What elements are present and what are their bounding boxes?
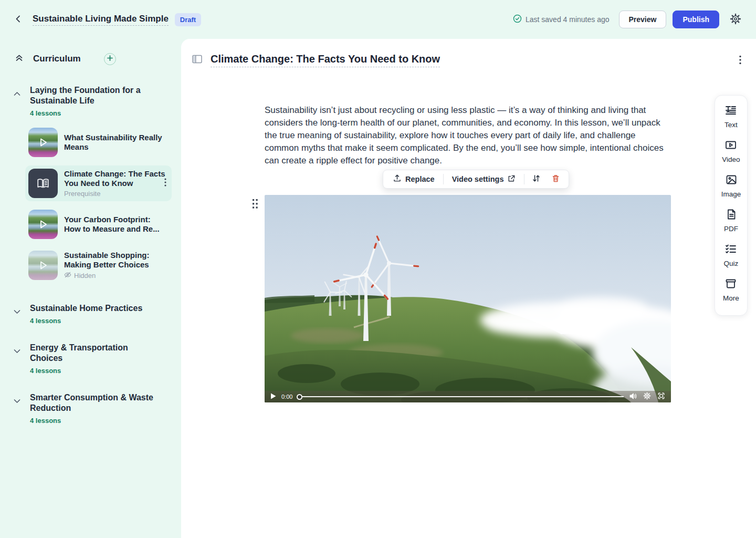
section-title: Laying the Foundation for a Sustainable … [30, 85, 161, 106]
back-button[interactable] [12, 12, 25, 27]
back-chevron-icon [14, 14, 23, 25]
lesson-kebab-menu[interactable] [164, 178, 166, 189]
toolbar-divider [524, 174, 524, 184]
double-chevron-up-icon [15, 54, 24, 64]
lesson-list: What Sustainability Really Means Climate… [25, 125, 172, 283]
current-time: 0:00 [281, 394, 292, 400]
settings-button[interactable] [728, 11, 743, 28]
settings-gear-icon [643, 392, 651, 401]
block-drag-handle[interactable] [250, 196, 260, 213]
volume-icon [629, 392, 637, 401]
toolbar-divider [443, 174, 444, 184]
seek-track [302, 396, 624, 397]
section-lesson-count: 4 lessons [30, 417, 161, 425]
section-header-row[interactable]: Laying the Foundation for a Sustainable … [13, 85, 172, 117]
volume-button[interactable] [628, 391, 638, 402]
wind-farm-video-frame [265, 195, 671, 402]
curriculum-section: Smarter Consumption & Waste Reduction 4 … [13, 392, 172, 425]
add-section-button[interactable] [104, 53, 116, 65]
more-blocks-icon [724, 277, 737, 292]
play-button[interactable] [269, 392, 277, 402]
course-builder-app: Sustainable Living Made Simple Draft Las… [0, 0, 756, 538]
section-lesson-count: 4 lessons [30, 109, 161, 117]
section-header-row[interactable]: Smarter Consumption & Waste Reduction 4 … [13, 392, 172, 425]
pdf-block-icon [725, 208, 738, 222]
video-settings-button[interactable]: Video settings [446, 171, 522, 188]
reorder-block-button[interactable] [527, 171, 546, 188]
trash-icon [551, 174, 560, 184]
lesson-options-kebab[interactable] [737, 53, 743, 67]
quiz-block-icon [724, 243, 737, 257]
image-block-icon [725, 173, 738, 188]
curriculum-section: Sustainable Home Practices 4 lessons [13, 303, 172, 325]
add-image-block[interactable]: Image [721, 173, 741, 199]
save-status-text: Last saved 4 minutes ago [526, 15, 610, 24]
play-icon [28, 128, 58, 157]
top-bar: Sustainable Living Made Simple Draft Las… [0, 0, 756, 39]
lesson-subtitle: Hidden [64, 271, 169, 280]
plus-circle-icon [107, 55, 113, 63]
lesson-editor-panel: Climate Change: The Facts You Need to Kn… [181, 39, 756, 538]
add-quiz-block[interactable]: Quiz [724, 243, 739, 268]
add-pdf-block[interactable]: PDF [724, 208, 738, 234]
lesson-title: What Sustainability Really Means [64, 133, 169, 152]
eye-off-icon [64, 271, 71, 280]
lesson-title: Your Carbon Footprint: How to Measure an… [64, 215, 169, 234]
add-video-block[interactable]: Video [722, 139, 740, 164]
lesson-item[interactable]: What Sustainability Really Means [25, 125, 172, 160]
section-title: Energy & Transportation Choices [30, 343, 161, 364]
play-icon [28, 251, 58, 280]
save-status: Last saved 4 minutes ago [513, 14, 610, 25]
collapse-all-button[interactable] [13, 51, 26, 66]
gear-icon [730, 13, 741, 26]
section-title: Sustainable Home Practices [30, 303, 142, 314]
preview-button[interactable]: Preview [619, 11, 667, 28]
add-more-block[interactable]: More [723, 277, 739, 303]
section-lesson-count: 4 lessons [30, 367, 161, 375]
external-link-icon [507, 174, 516, 184]
lesson-title: Sustainable Shopping: Making Better Choi… [64, 251, 169, 270]
check-circle-icon [513, 14, 522, 25]
curriculum-section: Laying the Foundation for a Sustainable … [13, 85, 172, 283]
chevron-up-icon [13, 89, 22, 100]
seek-bar[interactable] [297, 391, 624, 402]
curriculum-title: Curriculum [33, 54, 81, 64]
intro-paragraph[interactable]: Sustainability isn’t just about recyclin… [265, 104, 671, 167]
lesson-header: Climate Change: The Facts You Need to Kn… [190, 53, 743, 67]
player-settings-button[interactable] [642, 391, 652, 402]
lesson-item-hidden[interactable]: Sustainable Shopping: Making Better Choi… [25, 247, 172, 283]
curriculum-sidebar: Curriculum Laying the Foundation for a S… [0, 39, 181, 538]
play-icon [28, 210, 58, 239]
reading-book-icon [28, 169, 58, 198]
seek-handle[interactable] [297, 394, 302, 400]
lesson-subtitle: Prerequisite [64, 190, 169, 198]
video-block-toolbar: Replace Video settings [383, 170, 569, 189]
fullscreen-icon [657, 392, 665, 401]
text-block-icon [724, 104, 737, 118]
block-palette: Text Video Image PDF [715, 95, 748, 316]
lesson-item[interactable]: Your Carbon Footprint: How to Measure an… [25, 206, 172, 242]
fullscreen-button[interactable] [656, 391, 666, 402]
video-thumbnail-dimmed [28, 251, 58, 280]
delete-block-button[interactable] [546, 171, 565, 188]
video-controls-bar: 0:00 [265, 391, 671, 402]
publish-button[interactable]: Publish [673, 11, 719, 28]
curriculum-header: Curriculum [13, 51, 172, 66]
add-text-block[interactable]: Text [724, 104, 738, 130]
section-lesson-count: 4 lessons [30, 317, 142, 325]
status-badge: Draft [175, 13, 201, 26]
course-title-field[interactable]: Sustainable Living Made Simple [33, 14, 169, 26]
lesson-item-selected[interactable]: Climate Change: The Facts You Need to Kn… [25, 165, 172, 201]
lesson-title-field[interactable]: Climate Change: The Facts You Need to Kn… [211, 53, 440, 67]
lesson-title: Climate Change: The Facts You Need to Kn… [64, 169, 169, 188]
section-header-row[interactable]: Energy & Transportation Choices 4 lesson… [13, 343, 172, 375]
toggle-sidebar-button[interactable] [190, 53, 204, 67]
video-thumbnail [28, 128, 58, 157]
chevron-down-icon [13, 347, 22, 358]
curriculum-section: Energy & Transportation Choices 4 lesson… [13, 343, 172, 375]
play-icon [270, 393, 276, 401]
video-player[interactable]: 0:00 [265, 195, 671, 402]
replace-video-button[interactable]: Replace [386, 171, 441, 188]
video-block-icon [724, 139, 737, 153]
section-header-row[interactable]: Sustainable Home Practices 4 lessons [13, 303, 172, 325]
